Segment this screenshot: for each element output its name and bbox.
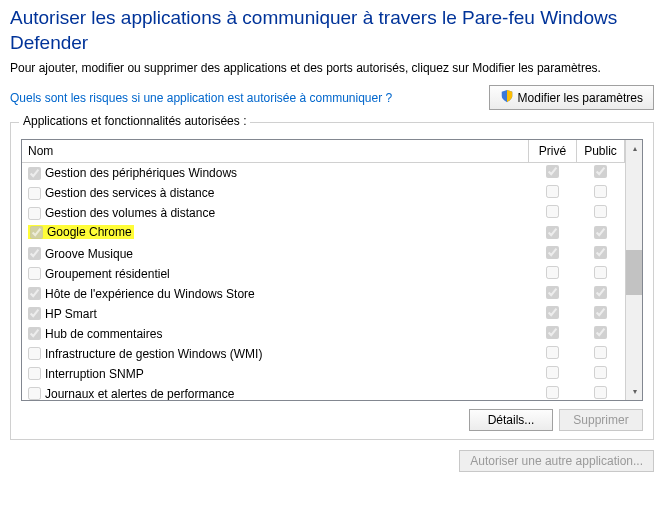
row-public-checkbox: [594, 326, 607, 339]
table-row[interactable]: Journaux et alertes de performance: [22, 384, 625, 402]
row-public-checkbox: [594, 386, 607, 399]
col-header-public[interactable]: Public: [577, 140, 625, 163]
row-name-label: Interruption SNMP: [45, 367, 144, 381]
allowed-apps-group: Applications et fonctionnalités autorisé…: [10, 122, 654, 440]
row-public-checkbox: [594, 205, 607, 218]
row-public-checkbox: [594, 346, 607, 359]
table-row[interactable]: Infrastructure de gestion Windows (WMI): [22, 344, 625, 364]
risk-link[interactable]: Quels sont les risques si une applicatio…: [10, 91, 392, 105]
row-name-label: Infrastructure de gestion Windows (WMI): [45, 347, 262, 361]
row-enabled-checkbox: [28, 307, 41, 320]
row-enabled-checkbox: [28, 207, 41, 220]
scrollbar[interactable]: ▴ ▾: [625, 140, 642, 400]
scroll-thumb[interactable]: [626, 250, 643, 295]
row-name-label: Gestion des périphériques Windows: [45, 166, 237, 180]
page-subtitle: Pour ajouter, modifier ou supprimer des …: [10, 61, 654, 75]
col-header-name[interactable]: Nom: [22, 140, 529, 163]
table-row[interactable]: Google Chrome: [22, 223, 625, 244]
row-enabled-checkbox: [28, 327, 41, 340]
row-private-checkbox: [546, 266, 559, 279]
shield-icon: [500, 89, 514, 106]
table-row[interactable]: Gestion des volumes à distance: [22, 203, 625, 223]
col-header-private[interactable]: Privé: [529, 140, 577, 163]
row-enabled-checkbox: [30, 226, 43, 239]
row-public-checkbox: [594, 185, 607, 198]
row-enabled-checkbox: [28, 347, 41, 360]
row-enabled-checkbox: [28, 267, 41, 280]
table-row[interactable]: Gestion des services à distance: [22, 183, 625, 203]
table-row[interactable]: Gestion des périphériques Windows: [22, 163, 625, 184]
row-enabled-checkbox: [28, 387, 41, 400]
row-name-label: Hôte de l'expérience du Windows Store: [45, 287, 255, 301]
row-private-checkbox: [546, 205, 559, 218]
page-title: Autoriser les applications à communiquer…: [10, 6, 654, 55]
allow-another-app-button: Autoriser une autre application...: [459, 450, 654, 472]
group-label: Applications et fonctionnalités autorisé…: [19, 114, 250, 128]
modify-settings-button[interactable]: Modifier les paramètres: [489, 85, 654, 110]
table-row[interactable]: Interruption SNMP: [22, 364, 625, 384]
row-private-checkbox: [546, 306, 559, 319]
row-private-checkbox: [546, 246, 559, 259]
row-private-checkbox: [546, 346, 559, 359]
row-name-label: Google Chrome: [47, 225, 132, 239]
row-private-checkbox: [546, 226, 559, 239]
row-public-checkbox: [594, 306, 607, 319]
row-public-checkbox: [594, 246, 607, 259]
row-enabled-checkbox: [28, 287, 41, 300]
modify-settings-label: Modifier les paramètres: [518, 91, 643, 105]
row-name-label: Groove Musique: [45, 247, 133, 261]
table-row[interactable]: Groupement résidentiel: [22, 264, 625, 284]
row-name-label: Gestion des services à distance: [45, 186, 214, 200]
details-button[interactable]: Détails...: [469, 409, 553, 431]
row-name-label: Gestion des volumes à distance: [45, 206, 215, 220]
apps-table: Nom Privé Public Gestion des périphériqu…: [22, 140, 625, 401]
row-private-checkbox: [546, 165, 559, 178]
table-row[interactable]: HP Smart: [22, 304, 625, 324]
row-enabled-checkbox: [28, 167, 41, 180]
row-name-label: Groupement résidentiel: [45, 267, 170, 281]
row-private-checkbox: [546, 326, 559, 339]
row-name-label: Journaux et alertes de performance: [45, 387, 234, 401]
row-private-checkbox: [546, 386, 559, 399]
row-enabled-checkbox: [28, 367, 41, 380]
table-row[interactable]: Hôte de l'expérience du Windows Store: [22, 284, 625, 304]
remove-button: Supprimer: [559, 409, 643, 431]
row-enabled-checkbox: [28, 247, 41, 260]
row-private-checkbox: [546, 185, 559, 198]
table-row[interactable]: Hub de commentaires: [22, 324, 625, 344]
row-name-label: Hub de commentaires: [45, 327, 162, 341]
table-row[interactable]: Groove Musique: [22, 244, 625, 264]
scroll-up-button[interactable]: ▴: [626, 140, 643, 157]
row-public-checkbox: [594, 286, 607, 299]
apps-table-container: Nom Privé Public Gestion des périphériqu…: [21, 139, 643, 401]
row-public-checkbox: [594, 266, 607, 279]
row-enabled-checkbox: [28, 187, 41, 200]
scroll-down-button[interactable]: ▾: [626, 383, 643, 400]
row-public-checkbox: [594, 165, 607, 178]
row-public-checkbox: [594, 366, 607, 379]
row-private-checkbox: [546, 286, 559, 299]
row-public-checkbox: [594, 226, 607, 239]
row-name-label: HP Smart: [45, 307, 97, 321]
row-private-checkbox: [546, 366, 559, 379]
